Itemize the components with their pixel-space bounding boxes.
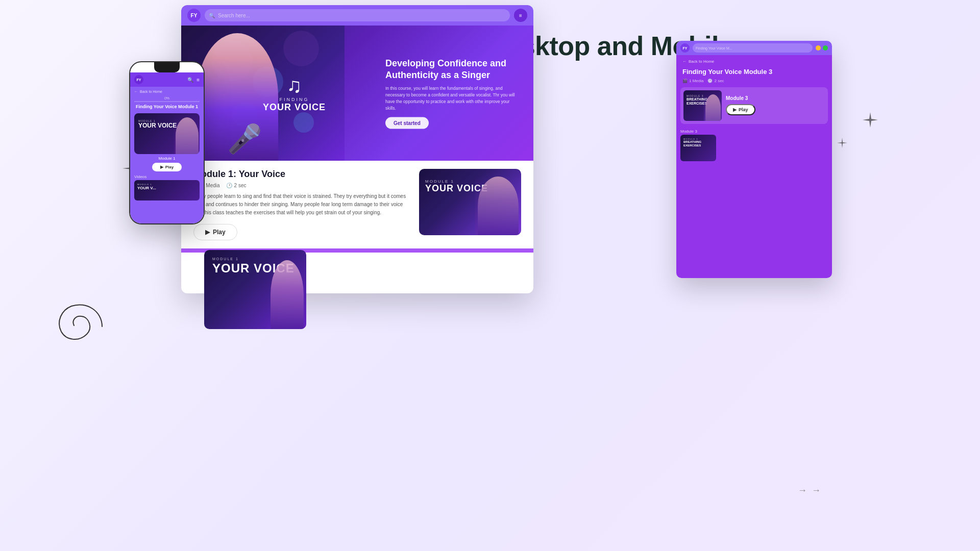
- small-browser-logo: FY: [680, 43, 690, 53]
- browser-search-bar[interactable]: 🔍 Search here...: [205, 9, 510, 21]
- module-your-voice-banner: MODULE 1 YOUR VOICE: [204, 250, 306, 329]
- small-browser-search-text: Finding Your Voice M...: [696, 46, 732, 50]
- small-browser-mockup: FY Finding Your Voice M... ← Back to Hom…: [676, 41, 832, 278]
- mobile-bottom-text: MODULE 1 YOUR V...: [137, 183, 156, 190]
- sparkle-decoration-2: [863, 112, 878, 131]
- sb-back-label: Back to Home: [689, 59, 714, 64]
- arrow-decoration: → →: [798, 485, 822, 496]
- mobile-play-button[interactable]: ▶ Play: [152, 163, 182, 171]
- sb-module-info: Module 3 ▶ Play: [726, 95, 825, 115]
- sb-media-count: 🎬 1 Media: [682, 79, 703, 83]
- sb-module-label: Module 3: [726, 95, 825, 101]
- mobile-section-label: Videos: [130, 171, 204, 180]
- sb-module-card: MODULE 3 BREATHING EXERCISES Module 3 ▶ …: [680, 87, 828, 124]
- back-arrow-icon: ←: [134, 90, 138, 93]
- mobile-module-label: Module 1: [130, 156, 204, 161]
- browser-toolbar: FY 🔍 Search here... ≡: [181, 5, 533, 26]
- sb-back-arrow: ←: [682, 59, 687, 64]
- browser-search-icon: 🔍: [209, 13, 215, 18]
- sb-back-link[interactable]: ← Back to Home: [676, 55, 832, 68]
- mobile-notch: [154, 62, 180, 72]
- play-label: Play: [213, 229, 226, 236]
- mobile-bottom-thumbnail: MODULE 1 YOUR V...: [134, 180, 200, 201]
- clock-icon: 🕐: [226, 183, 232, 188]
- mobile-content-area: ← Back to Home 0% Finding Your Voice Mod…: [130, 87, 204, 223]
- sb-module-thumbnail: MODULE 3 BREATHING EXERCISES: [683, 90, 722, 121]
- sb-clock-icon: 🕐: [707, 79, 713, 83]
- sb-media-icon: 🎬: [682, 79, 688, 83]
- mobile-module-thumbnail: MODULE 1 YOUR VOICE: [134, 113, 200, 154]
- module-info: Module 1: Your Voice 🎬 1 Media 🕐 2 sec M…: [193, 169, 409, 240]
- sb-small-thumbnail: MODULE 3 BREATHING EXERCISES: [680, 135, 716, 161]
- play-icon: ▶: [205, 229, 210, 236]
- browser-hero-section: ♫ FINDING YOUR VOICE 🎤 Developing Confid…: [181, 26, 533, 161]
- duration: 🕐 2 sec: [226, 183, 247, 188]
- mobile-thumb-text: MODULE 1 YOUR VOICE: [138, 119, 177, 129]
- hero-content-block: Developing Confidence and Authenticity a…: [385, 57, 518, 129]
- hero-get-started-button[interactable]: Get started: [385, 117, 429, 129]
- mobile-progress-text: 0%: [130, 96, 204, 100]
- module-thumbnail: MODULE 1 YOUR VOICE: [419, 169, 521, 235]
- browser-search-text: Search here...: [218, 13, 250, 18]
- module-meta: 🎬 1 Media 🕐 2 sec: [193, 183, 409, 188]
- sb-play-icon: ▶: [733, 107, 737, 112]
- mobile-bottom-title: YOUR V...: [137, 186, 156, 190]
- back-label: Back to Home: [140, 90, 162, 93]
- module-play-button[interactable]: ▶ Play: [193, 224, 237, 240]
- mobile-device-mockup: FY 🔍 ≡ ← Back to Home 0% Finding Your Vo…: [129, 61, 205, 224]
- browser-menu-button[interactable]: ≡: [514, 9, 527, 22]
- mobile-logo: FY: [134, 75, 143, 84]
- mobile-progress-bar: [134, 101, 200, 102]
- microphone-icon: 🎤: [227, 122, 262, 156]
- mobile-thumb-title: YOUR VOICE: [138, 122, 177, 129]
- sb-small-mod-title: BREATHING EXERCISES: [683, 140, 701, 147]
- sb-small-thumb-text: MODULE 3 BREATHING EXERCISES: [683, 138, 701, 147]
- browser-logo: FY: [187, 9, 201, 22]
- hero-finding-text: FINDING: [263, 97, 326, 102]
- small-browser-search[interactable]: Finding Your Voice M...: [693, 43, 813, 53]
- mobile-play-area: ▶ Play: [130, 163, 204, 171]
- hero-title: Developing Confidence and Authenticity a…: [385, 57, 518, 81]
- sb-course-title: Finding Your Voice Module 3: [676, 68, 832, 79]
- small-browser-toolbar: FY Finding Your Voice M...: [676, 41, 832, 55]
- browser-module-section: Module 1: Your Voice 🎬 1 Media 🕐 2 sec M…: [181, 161, 533, 248]
- mobile-play-icon: ▶: [160, 165, 163, 169]
- mobile-course-title: Finding Your Voice Module 1: [130, 104, 204, 110]
- sparkle-decoration-3: [837, 138, 847, 151]
- hero-course-logo: ♫ FINDING YOUR VOICE: [263, 74, 326, 113]
- module-description: Many people learn to sing and find that …: [193, 192, 409, 217]
- sb-play-button[interactable]: ▶ Play: [726, 104, 755, 115]
- sb-play-label: Play: [739, 107, 748, 112]
- hero-voice-text: YOUR VOICE: [263, 102, 326, 113]
- small-browser-content: ← Back to Home Finding Your Voice Module…: [676, 55, 832, 278]
- mobile-menu-icon[interactable]: ≡: [197, 77, 200, 83]
- mobile-back-link[interactable]: ← Back to Home: [130, 87, 204, 96]
- maximize-button[interactable]: [823, 45, 828, 51]
- sb-course-meta: 🎬 1 Media 🕐 2 sec: [676, 79, 832, 87]
- minimize-button[interactable]: [816, 45, 821, 51]
- mobile-toolbar-icons: 🔍 ≡: [187, 77, 200, 83]
- mobile-search-icon[interactable]: 🔍: [187, 77, 193, 83]
- window-controls: [816, 45, 828, 51]
- mobile-play-label: Play: [165, 165, 174, 169]
- sb-duration: 🕐 2 sec: [707, 79, 724, 83]
- swirl-left-decoration: [51, 296, 112, 357]
- mobile-toolbar: FY 🔍 ≡: [130, 72, 204, 87]
- module-title: Module 1: Your Voice: [193, 169, 409, 180]
- sb-small-module-label: Module 3: [676, 127, 832, 135]
- hero-description: In this course, you will learn the funda…: [385, 85, 518, 111]
